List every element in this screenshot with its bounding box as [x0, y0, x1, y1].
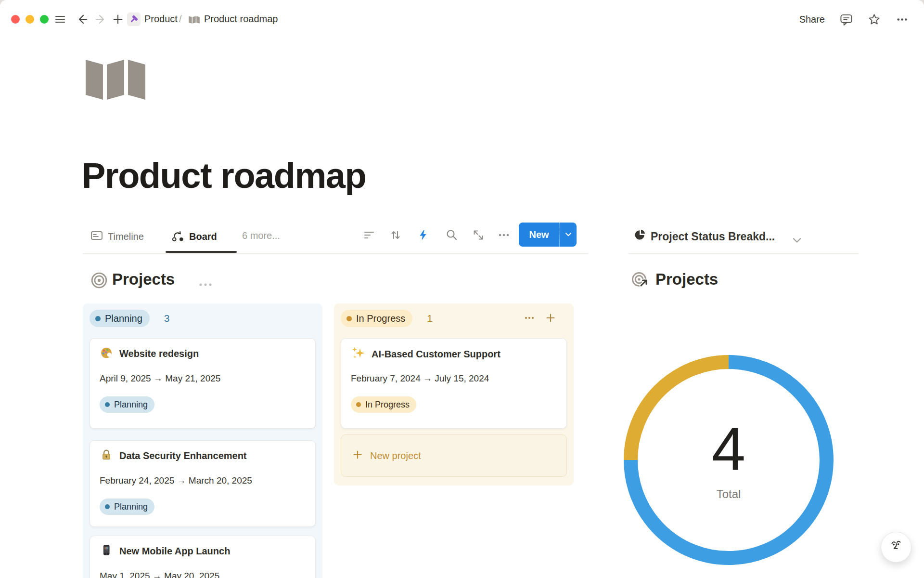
project-card[interactable]: New Mobile App Launch May 1, 2025 → May …	[90, 536, 316, 578]
card-dates: February 7, 2024 → July 15, 2024	[351, 373, 489, 384]
share-button[interactable]: Share	[799, 14, 825, 25]
breadcrumb-separator: /	[179, 13, 182, 25]
chart-selector[interactable]: Project Status Breakd...	[651, 230, 775, 243]
project-card[interactable]: Website redesign April 9, 2025 → May 21,…	[90, 338, 316, 429]
column-count: 1	[427, 313, 433, 324]
donut-chart-svg	[624, 355, 834, 565]
ai-face-icon	[887, 538, 905, 557]
breadcrumb-map-icon	[189, 15, 200, 26]
card-title: Website redesign	[119, 348, 199, 359]
new-tab-plus-icon[interactable]	[112, 13, 124, 26]
topbar-actions: Share	[799, 0, 909, 39]
breadcrumb-space[interactable]: Product	[144, 13, 178, 25]
section-options-icon[interactable]	[198, 280, 213, 289]
new-button[interactable]: New	[519, 223, 577, 247]
more-options-icon[interactable]	[896, 13, 909, 26]
column-options-icon[interactable]	[524, 312, 535, 326]
search-icon[interactable]	[446, 229, 458, 241]
back-icon[interactable]	[76, 13, 89, 26]
card-status-tag: In Progress	[351, 396, 416, 413]
card-title: Data Security Enhancement	[119, 450, 247, 461]
tab-timeline-label: Timeline	[108, 231, 144, 242]
tab-timeline[interactable]: Timeline	[90, 228, 144, 245]
tab-board-label: Board	[189, 231, 217, 242]
card-status-tag: Planning	[100, 499, 154, 515]
tab-board[interactable]: Board	[171, 228, 217, 245]
topbar: Product / Product roadmap Share	[0, 0, 924, 39]
card-title: AI-Based Customer Support	[372, 349, 500, 360]
sort-icon[interactable]	[389, 229, 402, 241]
page-title[interactable]: Product roadmap	[82, 155, 366, 196]
board-icon	[171, 229, 184, 244]
chart-divider	[629, 253, 859, 254]
linked-target-icon	[631, 272, 650, 292]
timeline-icon	[90, 229, 103, 244]
new-button-label[interactable]: New	[519, 223, 559, 247]
donut-chart[interactable]: 4 Total	[624, 355, 834, 565]
more-views-button[interactable]: 6 more...	[242, 230, 280, 241]
active-tab-underline	[166, 251, 237, 253]
expand-icon[interactable]	[472, 229, 485, 241]
project-card[interactable]: AI-Based Customer Support February 7, 20…	[341, 338, 567, 429]
forward-icon[interactable]	[94, 13, 107, 26]
card-title: New Mobile App Launch	[119, 546, 230, 557]
plus-icon	[352, 449, 363, 462]
palette-icon	[100, 346, 113, 361]
zoom-window-button[interactable]	[40, 15, 49, 24]
target-icon	[90, 272, 108, 291]
donut-segment-in-progress[interactable]	[631, 362, 729, 460]
column-name: Planning	[105, 313, 142, 324]
status-dot	[95, 316, 101, 321]
new-project-label: New project	[370, 450, 421, 461]
column-add-icon[interactable]	[545, 312, 556, 326]
column-header: In Progress 1	[341, 309, 433, 328]
board-divider	[83, 253, 588, 254]
column-status-pill[interactable]: In Progress	[341, 310, 412, 327]
column-status-pill[interactable]: Planning	[90, 310, 150, 327]
mobile-phone-icon	[100, 543, 113, 559]
column-count: 3	[164, 313, 170, 324]
pie-chart-icon	[633, 228, 646, 243]
filter-icon[interactable]	[363, 229, 375, 241]
card-dates: May 1, 2025 → May 20, 2025	[100, 571, 219, 578]
new-button-dropdown[interactable]	[559, 223, 577, 247]
chart-section-title[interactable]: Projects	[655, 270, 718, 289]
notion-window: Product / Product roadmap Share Product …	[0, 0, 924, 578]
column-header: Planning 3	[90, 309, 170, 328]
close-window-button[interactable]	[11, 15, 20, 24]
minimize-window-button[interactable]	[26, 15, 34, 24]
teamspace-hammer-icon[interactable]	[127, 13, 141, 26]
lightning-icon[interactable]	[417, 229, 429, 241]
card-dates: February 24, 2025 → March 20, 2025	[100, 475, 252, 486]
view-options-icon[interactable]	[498, 229, 510, 241]
breadcrumb-page[interactable]: Product roadmap	[204, 13, 278, 25]
new-project-button[interactable]: New project	[341, 434, 567, 477]
project-card[interactable]: Data Security Enhancement February 24, 2…	[90, 440, 316, 527]
notion-ai-button[interactable]	[881, 532, 911, 563]
board-section-title[interactable]: Projects	[112, 270, 175, 289]
sparkles-icon	[351, 346, 365, 362]
page-map-icon[interactable]	[86, 54, 146, 100]
card-dates: April 9, 2025 → May 21, 2025	[100, 373, 220, 384]
chevron-down-icon[interactable]	[792, 237, 802, 246]
favorite-star-icon[interactable]	[868, 13, 881, 26]
comments-icon[interactable]	[840, 13, 853, 26]
chevron-down-icon	[565, 233, 571, 236]
card-status-tag: Planning	[100, 396, 154, 413]
sidebar-menu-icon[interactable]	[54, 13, 66, 26]
column-name: In Progress	[356, 313, 405, 324]
lock-icon	[100, 448, 113, 463]
status-dot	[346, 316, 352, 321]
